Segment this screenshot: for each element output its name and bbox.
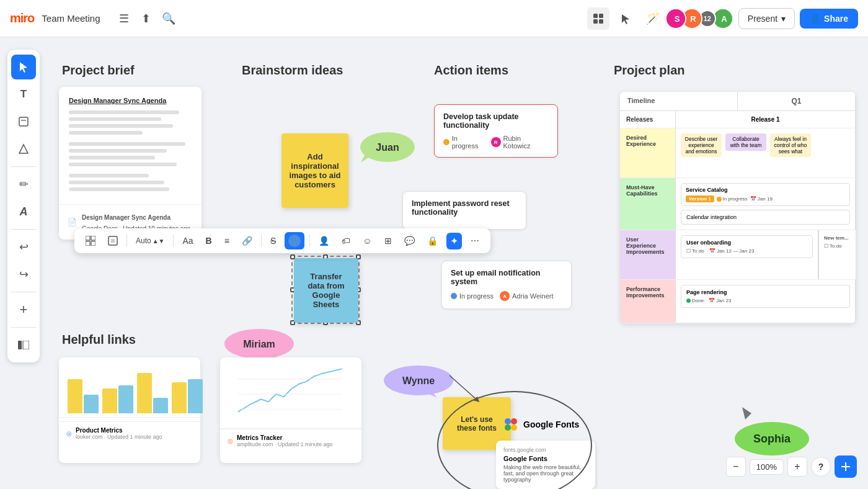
doc-line	[69, 131, 143, 135]
pp-ux-label: User Experience Improvements	[620, 230, 676, 279]
svg-text:Miriam: Miriam	[243, 339, 275, 349]
pp-perf-label: Performance Improvements	[620, 280, 676, 323]
action-card-1-title: Develop task update functionality	[443, 112, 549, 130]
bar-b2	[118, 385, 133, 413]
pp-releases-row: Releases Release 1	[620, 111, 856, 128]
bar-group-2	[102, 385, 133, 413]
ft-lock[interactable]: 🔒	[423, 233, 441, 248]
chart-footer-2: ◎ Metrics Tracker amplitude.com · Update…	[220, 429, 361, 452]
bar-b4	[188, 379, 203, 413]
ft-font-label[interactable]: Aa	[179, 233, 197, 248]
ft-frame[interactable]	[104, 233, 122, 248]
pp-must-have-label: Must-Have Capabilities	[620, 178, 676, 230]
wynne-bubble-svg: Wynne	[381, 363, 456, 398]
canvas[interactable]: Project brief Brainstorm ideas Action it…	[0, 37, 868, 489]
action-card-1: Develop task update functionality In pro…	[434, 104, 558, 158]
doc-card: Design Manager Sync Agenda 📄 Design Mana…	[59, 87, 202, 240]
sophia-arrow	[739, 404, 758, 423]
pointer-tool[interactable]	[614, 7, 637, 30]
search-icon[interactable]: 🔍	[157, 7, 180, 30]
add-tool[interactable]: +	[11, 297, 36, 322]
pp-card-desc: Describe user experience and emotions	[681, 133, 722, 157]
upload-icon[interactable]: ⬆	[135, 7, 157, 30]
doc-line	[69, 174, 149, 177]
bar-chart	[59, 357, 200, 413]
svg-text:R: R	[690, 14, 696, 24]
pp-releases-label: Releases	[620, 111, 676, 128]
pen-tool[interactable]: ✏	[11, 172, 36, 197]
expand-button[interactable]	[835, 455, 857, 478]
chart-meta-1: Product Metrics looker.com · Updated 1 m…	[76, 427, 162, 440]
chart-footer-1: ◎ Product Metrics looker.com · Updated 1…	[59, 421, 200, 445]
ft-align[interactable]: ≡	[221, 233, 233, 248]
ft-tag[interactable]: 🏷	[338, 233, 354, 248]
toolbar-divider-3	[11, 292, 36, 292]
svg-marker-14	[19, 145, 28, 153]
sophia-bubble-svg: Sophia	[732, 419, 812, 459]
google-icon	[503, 417, 518, 432]
note-tool[interactable]	[11, 109, 36, 134]
svg-rect-16	[23, 341, 29, 349]
redo-icon[interactable]: ↪	[11, 262, 36, 287]
ft-font-size[interactable]: Auto ▲▼	[132, 234, 168, 248]
panel-icon[interactable]	[11, 333, 36, 357]
doc-line	[69, 181, 164, 184]
ft-comment[interactable]: 💬	[401, 233, 418, 248]
chart-divider	[59, 417, 200, 418]
ft-sep	[126, 235, 127, 247]
apps-icon[interactable]	[587, 7, 609, 30]
chart-icon-2: ◎	[228, 437, 233, 444]
doc-footer-name: Design Manager Sync Agenda	[82, 214, 170, 221]
ft-bold[interactable]: B	[202, 233, 216, 248]
ft-expand[interactable]: ✦	[446, 233, 462, 249]
share-button[interactable]: 👤 Share	[800, 9, 858, 29]
svg-rect-0	[593, 14, 598, 18]
ft-scale[interactable]	[82, 233, 99, 248]
shapes-tool[interactable]	[11, 137, 36, 161]
svg-text:A: A	[721, 14, 727, 24]
ft-sep4	[309, 235, 310, 247]
svg-marker-41	[742, 407, 751, 419]
svg-rect-15	[18, 341, 22, 349]
svg-text:Wynne: Wynne	[402, 375, 435, 386]
bar-y2	[102, 388, 117, 413]
ft-link[interactable]: 🔗	[238, 233, 256, 248]
menu-icon[interactable]: ☰	[113, 7, 135, 30]
pp-header: Timeline Q1	[620, 92, 856, 111]
ft-color[interactable]	[285, 232, 304, 249]
help-button[interactable]: ?	[811, 457, 831, 477]
zoom-in-button[interactable]: +	[787, 457, 807, 477]
ft-emoji[interactable]: ☺	[359, 233, 375, 248]
chart-icon-1: ◎	[66, 430, 72, 437]
pp-ux-content: User onboarding ☐ To do 📅 Jan 12 — Jan 2…	[676, 230, 818, 279]
color-circle	[288, 235, 301, 247]
undo-icon[interactable]: ↩	[11, 235, 36, 259]
doc-line	[69, 142, 185, 146]
pp-version-badge: Version 1	[686, 195, 714, 202]
connect-tool[interactable]: A	[11, 199, 36, 224]
toolbar-divider	[11, 166, 36, 167]
ft-table[interactable]: ⊞	[381, 233, 396, 248]
text-tool[interactable]: T	[11, 82, 36, 107]
juan-bubble-svg: Juan	[353, 130, 415, 164]
present-button[interactable]: Present ▾	[738, 8, 795, 29]
board-title[interactable]: Team Meeting	[42, 13, 100, 24]
sticky-blue[interactable]: Transfer data from Google Sheets	[294, 258, 358, 323]
gf-logo: Google Fonts	[503, 417, 579, 432]
zoom-out-button[interactable]: −	[726, 457, 746, 477]
product-metrics-chart: ◎ Product Metrics looker.com · Updated 1…	[59, 357, 200, 463]
pp-desired-exp-content: Describe user experience and emotions Co…	[676, 128, 856, 177]
section-helpful-links: Helpful links	[62, 333, 136, 347]
action-user-1: R Rubin Kotowicz	[491, 135, 549, 150]
svg-text:Sophia: Sophia	[753, 433, 791, 445]
ft-more[interactable]: ⋯	[467, 233, 483, 248]
sparkle-icon[interactable]: 🪄	[642, 7, 664, 30]
section-project-plan: Project plan	[614, 63, 684, 78]
ft-strikethrough[interactable]: S	[267, 233, 280, 248]
select-tool[interactable]	[11, 55, 36, 79]
sticky-yellow-1[interactable]: Add inspirational images to aid customer…	[281, 133, 348, 208]
ft-mention[interactable]: 👤	[315, 233, 333, 248]
pp-new-tem: New tem... ☐ To do	[818, 230, 856, 279]
bar-y1	[68, 379, 82, 413]
svg-marker-11	[20, 62, 27, 73]
